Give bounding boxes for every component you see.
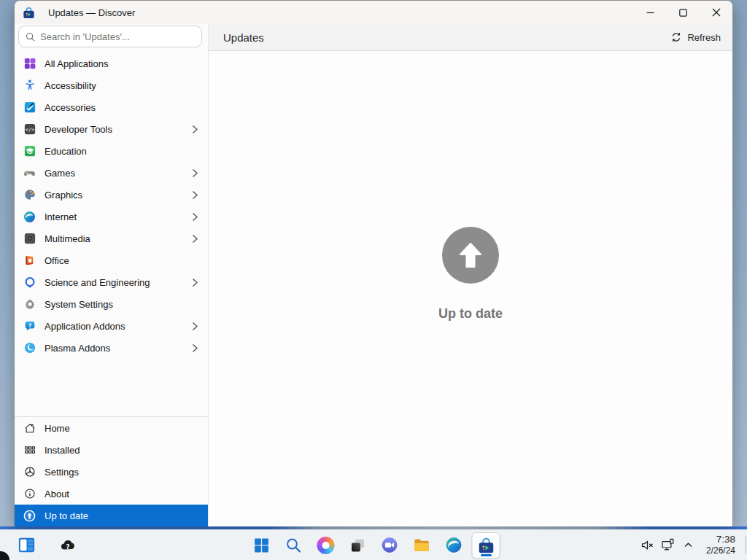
cloud-offline-icon: ? bbox=[58, 536, 77, 555]
search-icon bbox=[285, 537, 302, 554]
taskbar-clock[interactable]: 7:38 2/26/24 bbox=[706, 533, 735, 557]
taskbar-start-button[interactable] bbox=[247, 532, 276, 559]
sidebar-item-label: Multimedia bbox=[44, 233, 90, 244]
sidebar-item-label: Up to date bbox=[44, 510, 88, 521]
taskbar-center-icons bbox=[247, 532, 500, 559]
sidebar-item-label: Accessibility bbox=[44, 80, 96, 91]
show-desktop-button[interactable] bbox=[746, 536, 746, 554]
taskbar: ? 7:38 2/26/24 bbox=[0, 529, 747, 560]
discover-app-icon bbox=[22, 6, 36, 20]
chevron-right-icon bbox=[192, 190, 198, 200]
science-icon bbox=[23, 276, 36, 289]
sidebar-item-label: System Settings bbox=[44, 299, 113, 310]
taskbar-chat-button[interactable] bbox=[376, 532, 404, 559]
active-indicator bbox=[481, 554, 492, 556]
taskbar-task-view-button[interactable] bbox=[344, 532, 372, 559]
sidebar-item-accessories[interactable]: Accessories bbox=[15, 96, 208, 118]
chevron-right-icon bbox=[192, 343, 198, 353]
sidebar-item-label: Office bbox=[44, 255, 69, 266]
games-icon bbox=[23, 166, 36, 180]
copilot-icon bbox=[317, 537, 334, 554]
accessories-icon bbox=[23, 101, 36, 114]
sidebar-item-application-addons[interactable]: ? Application Addons bbox=[15, 315, 208, 337]
sidebar-item-label: Developer Tools bbox=[44, 124, 112, 135]
sidebar-item-home[interactable]: Home bbox=[15, 417, 208, 439]
sidebar-item-label: Installed bbox=[44, 445, 80, 456]
volume-muted-icon bbox=[640, 537, 655, 553]
sidebar-item-all-applications[interactable]: All Applications bbox=[15, 52, 208, 74]
titlebar[interactable]: Updates — Discover bbox=[15, 1, 732, 24]
close-button[interactable] bbox=[700, 1, 732, 24]
all-applications-icon bbox=[23, 57, 36, 71]
multimedia-icon bbox=[23, 232, 36, 246]
taskbar-copilot-button[interactable] bbox=[311, 532, 340, 559]
sidebar-item-multimedia[interactable]: Multimedia bbox=[15, 228, 208, 249]
taskbar-edge-button[interactable] bbox=[440, 532, 468, 559]
graphics-icon bbox=[23, 188, 36, 202]
sidebar-item-graphics[interactable]: Graphics bbox=[15, 184, 208, 206]
sidebar-spacer bbox=[15, 359, 208, 416]
education-icon bbox=[23, 144, 36, 158]
taskbar-file-explorer-button[interactable] bbox=[408, 532, 436, 559]
refresh-button[interactable]: Refresh bbox=[670, 31, 721, 43]
clock-time: 7:38 bbox=[706, 533, 735, 546]
tray-volume-muted-button[interactable] bbox=[638, 532, 658, 559]
refresh-icon bbox=[670, 31, 682, 43]
chat-icon bbox=[381, 536, 399, 554]
office-icon bbox=[23, 254, 36, 268]
main-panel: Updates Refresh Up to d bbox=[209, 24, 732, 526]
sidebar-item-accessibility[interactable]: Accessibility bbox=[15, 74, 208, 96]
chevron-right-icon bbox=[192, 234, 198, 244]
tray-chevron-up-button[interactable] bbox=[678, 532, 699, 559]
search-input[interactable] bbox=[40, 31, 195, 42]
sidebar-item-about[interactable]: About bbox=[15, 483, 208, 505]
sidebar-item-settings[interactable]: Settings bbox=[15, 461, 208, 483]
developer-tools-icon: </> bbox=[23, 122, 36, 136]
sidebar: All Applications Accessibility Accessori… bbox=[15, 24, 209, 526]
discover-icon bbox=[476, 536, 495, 555]
search-icon bbox=[26, 32, 35, 42]
network-icon bbox=[660, 537, 676, 553]
chevron-right-icon bbox=[192, 125, 198, 134]
sidebar-item-plasma-addons[interactable]: Plasma Addons bbox=[15, 337, 208, 359]
search-box[interactable] bbox=[18, 26, 202, 47]
settings-icon bbox=[23, 465, 36, 479]
taskbar-discover-button[interactable] bbox=[472, 532, 500, 559]
chevron-right-icon bbox=[192, 168, 198, 178]
sidebar-item-label: Application Addons bbox=[44, 321, 125, 332]
sidebar-item-label: Internet bbox=[44, 211, 77, 222]
sidebar-item-label: Graphics bbox=[44, 190, 82, 201]
svg-text:</>: </> bbox=[25, 127, 34, 133]
status-text: Up to date bbox=[438, 306, 503, 322]
sidebar-item-education[interactable]: Education bbox=[15, 140, 208, 162]
taskbar-cloud-offline-button[interactable]: ? bbox=[53, 532, 82, 559]
sidebar-item-internet[interactable]: Internet bbox=[15, 206, 208, 228]
sidebar-item-label: Home bbox=[44, 423, 70, 434]
sidebar-item-label: Games bbox=[44, 168, 75, 179]
plasma-addons-icon bbox=[23, 341, 36, 355]
sidebar-item-system-settings[interactable]: System Settings bbox=[15, 293, 208, 315]
maximize-button[interactable] bbox=[667, 1, 700, 24]
sidebar-item-science-and-engineering[interactable]: Science and Engineering bbox=[15, 271, 208, 293]
about-icon bbox=[23, 487, 36, 501]
tray-network-button[interactable] bbox=[658, 532, 678, 559]
page-title: Updates bbox=[223, 31, 264, 44]
sidebar-item-up-to-date[interactable]: Up to date bbox=[15, 505, 208, 526]
sidebar-item-label: About bbox=[44, 489, 69, 499]
sidebar-item-label: Science and Engineering bbox=[44, 277, 150, 288]
sidebar-item-developer-tools[interactable]: </> Developer Tools bbox=[15, 118, 208, 140]
minimize-button[interactable] bbox=[634, 1, 667, 24]
svg-text:?: ? bbox=[66, 543, 69, 551]
installed-icon bbox=[23, 443, 36, 457]
sidebar-item-label: All Applications bbox=[44, 58, 108, 69]
internet-icon bbox=[23, 210, 36, 224]
updates-content: Up to date bbox=[209, 51, 732, 526]
sidebar-item-games[interactable]: Games bbox=[15, 162, 208, 184]
task-view-icon bbox=[349, 537, 366, 554]
sidebar-item-label: Education bbox=[44, 146, 87, 157]
sidebar-item-office[interactable]: Office bbox=[15, 249, 208, 271]
sidebar-item-installed[interactable]: Installed bbox=[15, 439, 208, 461]
taskbar-search-button[interactable] bbox=[279, 532, 308, 559]
panel-widget-icon bbox=[17, 535, 36, 555]
taskbar-panel-widget-button[interactable] bbox=[12, 532, 41, 559]
